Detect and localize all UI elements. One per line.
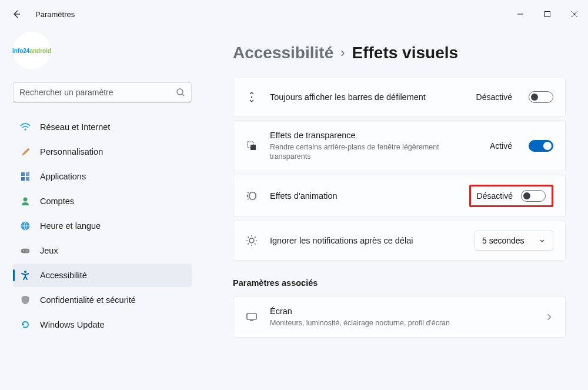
svg-point-17	[24, 271, 26, 273]
svg-point-21	[249, 238, 254, 243]
sidebar-item-accounts[interactable]: Comptes	[13, 189, 192, 213]
sidebar: info24android Réseau et Internet Personn…	[0, 28, 200, 390]
card-subtitle: Rendre certains arrière-plans de fenêtre…	[270, 142, 464, 162]
chevron-down-icon	[539, 237, 546, 244]
card-transparency: Effets de transparence Rendre certains a…	[233, 120, 566, 171]
card-title: Effets d'animation	[270, 191, 457, 202]
card-title: Écran	[270, 306, 533, 317]
sidebar-item-label: Personnalisation	[40, 147, 103, 156]
sidebar-item-gaming[interactable]: Jeux	[13, 239, 192, 262]
notification-timer-icon	[245, 235, 258, 246]
svg-point-15	[23, 251, 24, 252]
svg-line-26	[255, 237, 256, 238]
svg-rect-14	[21, 249, 29, 253]
breadcrumb-current: Effets visuels	[352, 44, 459, 62]
svg-rect-10	[26, 177, 29, 181]
search-icon	[176, 88, 185, 97]
animation-icon	[245, 190, 258, 202]
sidebar-item-windows-update[interactable]: Windows Update	[13, 313, 192, 336]
shield-icon	[20, 295, 31, 305]
card-title: Toujours afficher les barres de défileme…	[270, 92, 465, 103]
svg-rect-7	[21, 172, 25, 176]
sidebar-item-label: Windows Update	[40, 320, 105, 329]
minimize-button[interactable]	[507, 2, 534, 26]
card-title: Ignorer les notifications après ce délai	[270, 235, 463, 246]
card-body: Effets de transparence Rendre certains a…	[270, 130, 478, 161]
app-title: Paramètres	[35, 10, 75, 19]
sidebar-item-accessibility[interactable]: Accessibilité	[13, 264, 192, 287]
svg-rect-1	[545, 12, 550, 17]
titlebar-left: Paramètres	[9, 7, 75, 21]
svg-rect-20	[250, 145, 256, 150]
breadcrumb: Accessibilité › Effets visuels	[233, 44, 566, 62]
svg-rect-8	[26, 172, 29, 176]
toggle-animation[interactable]	[521, 190, 546, 202]
sidebar-item-label: Heure et langue	[40, 221, 101, 231]
highlight-animation-toggle: Désactivé	[469, 185, 553, 207]
avatar-area: info24android	[13, 28, 192, 82]
svg-line-27	[255, 244, 256, 245]
card-notifications: Ignorer les notifications après ce délai…	[233, 221, 566, 261]
sidebar-item-time-language[interactable]: Heure et langue	[13, 214, 192, 238]
maximize-button[interactable]	[534, 2, 561, 26]
person-icon	[20, 196, 31, 206]
sidebar-item-personalization[interactable]: Personnalisation	[13, 140, 192, 164]
card-body: Ignorer les notifications après ce délai	[270, 235, 463, 246]
maximize-icon	[544, 11, 551, 18]
sidebar-item-label: Comptes	[40, 196, 74, 206]
sidebar-item-label: Réseau et Internet	[40, 122, 110, 132]
svg-point-16	[26, 251, 28, 252]
minimize-icon	[517, 11, 524, 18]
gamepad-icon	[20, 245, 31, 256]
wifi-icon	[20, 122, 31, 132]
sidebar-item-label: Accessibilité	[40, 271, 87, 280]
toggle-status: Désactivé	[477, 191, 513, 201]
svg-line-29	[248, 237, 249, 238]
svg-line-28	[248, 244, 249, 245]
svg-line-5	[182, 94, 184, 96]
card-title: Effets de transparence	[270, 130, 478, 141]
close-button[interactable]	[561, 2, 588, 26]
arrow-left-icon	[12, 9, 21, 19]
scroll-icon	[245, 91, 258, 103]
sidebar-item-network[interactable]: Réseau et Internet	[13, 115, 192, 139]
toggle-transparency[interactable]	[529, 140, 553, 152]
toggle-status: Désactivé	[476, 92, 512, 102]
svg-rect-30	[247, 314, 256, 319]
card-subtitle: Moniteurs, luminosité, éclairage nocturn…	[270, 318, 533, 328]
sidebar-item-label: Jeux	[40, 246, 58, 255]
dropdown-value: 5 secondes	[482, 236, 524, 245]
card-screen[interactable]: Écran Moniteurs, luminosité, éclairage n…	[233, 296, 566, 338]
card-body: Effets d'animation	[270, 191, 457, 202]
breadcrumb-parent[interactable]: Accessibilité	[233, 44, 333, 62]
svg-rect-9	[21, 177, 25, 181]
breadcrumb-separator: ›	[340, 45, 345, 61]
svg-point-18	[251, 96, 252, 98]
search-input[interactable]	[19, 88, 176, 97]
monitor-icon	[245, 312, 258, 322]
window-controls	[507, 2, 588, 26]
avatar-text: info24android	[12, 48, 51, 54]
brush-icon	[20, 146, 31, 157]
section-heading-related: Paramètres associés	[233, 278, 566, 288]
search-box[interactable]	[13, 82, 192, 102]
apps-icon	[20, 171, 31, 182]
update-icon	[20, 319, 31, 330]
sidebar-item-privacy[interactable]: Confidentialité et sécurité	[13, 288, 192, 312]
accessibility-icon	[20, 270, 31, 281]
card-scrollbars: Toujours afficher les barres de défileme…	[233, 78, 566, 116]
globe-clock-icon	[20, 221, 31, 231]
toggle-status: Activé	[490, 141, 512, 151]
card-body: Toujours afficher les barres de défileme…	[270, 92, 465, 103]
back-button[interactable]	[9, 7, 24, 21]
dropdown-notification-delay[interactable]: 5 secondes	[475, 231, 553, 251]
card-body: Écran Moniteurs, luminosité, éclairage n…	[270, 306, 533, 328]
nav: Réseau et Internet Personnalisation Appl…	[13, 115, 192, 336]
sidebar-item-label: Applications	[40, 172, 86, 181]
transparency-icon	[245, 140, 258, 152]
avatar[interactable]: info24android	[13, 32, 51, 69]
sidebar-item-apps[interactable]: Applications	[13, 165, 192, 188]
svg-point-11	[24, 198, 28, 202]
toggle-scrollbars[interactable]	[529, 91, 553, 103]
titlebar: Paramètres	[0, 0, 588, 28]
